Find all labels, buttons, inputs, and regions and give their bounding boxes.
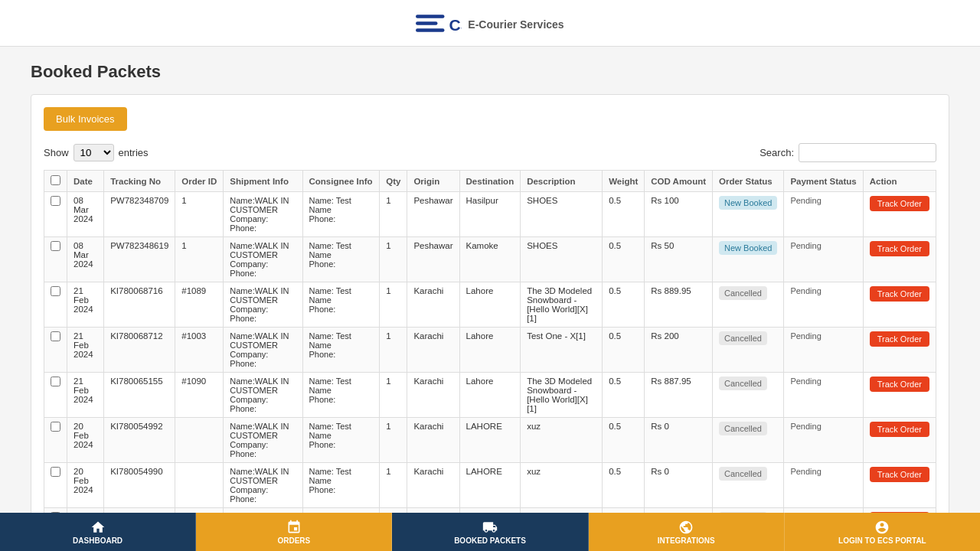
cell-weight: 0.5 — [603, 237, 645, 282]
track-order-button[interactable]: Track Order — [870, 286, 929, 302]
cell-description: Test One - X[1] — [521, 328, 603, 373]
col-cod: COD Amount — [645, 171, 713, 192]
logo-icon: CS — [416, 9, 462, 40]
cell-cod: Rs 0 — [645, 418, 713, 463]
track-order-button[interactable]: Track Order — [870, 196, 929, 211]
cell-destination: Kamoke — [459, 237, 521, 282]
cell-cod: Rs 0 — [645, 463, 713, 508]
cell-qty: 1 — [380, 328, 407, 373]
cell-origin: Karachi — [407, 282, 459, 328]
integrations-icon — [678, 520, 694, 535]
track-order-button[interactable]: Track Order — [870, 467, 929, 482]
cell-shipment: Name:WALK IN CUSTOMER Company: Phone: — [224, 237, 302, 282]
col-weight: Weight — [603, 171, 645, 192]
cell-date: 20 Feb 2024 — [67, 418, 104, 463]
order-status-badge: Cancelled — [719, 422, 767, 435]
row-checkbox[interactable] — [51, 196, 60, 206]
nav-item-dashboard[interactable]: DASHBOARD — [0, 513, 196, 551]
cell-order-status: Cancelled — [713, 373, 784, 418]
cell-destination: LAHORE — [459, 418, 521, 463]
row-checkbox[interactable] — [51, 241, 60, 251]
table-controls: Show 10 25 50 100 entries Search: — [44, 143, 936, 162]
table-header-row: Date Tracking No Order ID Shipment Info … — [44, 171, 936, 192]
svg-rect-0 — [416, 15, 445, 18]
cell-payment-status: Pending — [784, 373, 863, 418]
cell-cod: Rs 100 — [645, 192, 713, 237]
nav-label-login: LOGIN TO ECS PORTAL — [838, 536, 926, 545]
nav-label-integrations: INTEGRATIONS — [658, 536, 715, 545]
cell-payment-status: Pending — [784, 237, 863, 282]
cell-consignee: Name: Test Name Phone: — [302, 192, 380, 237]
bulk-invoices-button[interactable]: Bulk Invoices — [44, 107, 127, 131]
payment-status-text: Pending — [790, 241, 821, 250]
main-content: Booked Packets Bulk Invoices Show 10 25 … — [0, 47, 980, 551]
cell-order-status: Cancelled — [713, 418, 784, 463]
cell-date: 21 Feb 2024 — [67, 328, 104, 373]
cell-consignee: Name: Test Name Phone: — [302, 373, 380, 418]
nav-label-booked-packets: BOOKED PACKETS — [454, 536, 526, 545]
logo: CS E-Courier Services — [0, 9, 980, 40]
col-date: Date — [67, 171, 104, 192]
svg-rect-2 — [416, 28, 445, 32]
cell-cod: Rs 887.95 — [645, 373, 713, 418]
cell-weight: 0.5 — [603, 192, 645, 237]
cell-qty: 1 — [380, 373, 407, 418]
cell-order-id: 1 — [175, 192, 224, 237]
order-status-badge: New Booked — [719, 196, 777, 210]
cell-tracking: KI780068712 — [104, 328, 175, 373]
table-row: 20 Feb 2024 KI780054990 Name:WALK IN CUS… — [44, 463, 936, 508]
cell-description: xuz — [521, 463, 603, 508]
nav-item-booked-packets[interactable]: BOOKED PACKETS — [392, 513, 588, 551]
order-status-badge: Cancelled — [719, 331, 767, 345]
booked-packets-card: Bulk Invoices Show 10 25 50 100 entries … — [31, 94, 949, 551]
cell-order-id: #1003 — [175, 328, 224, 373]
cell-weight: 0.5 — [603, 282, 645, 328]
nav-label-orders: ORDERS — [277, 536, 310, 545]
entries-select[interactable]: 10 25 50 100 — [74, 144, 114, 161]
packets-icon — [482, 520, 498, 535]
cell-weight: 0.5 — [603, 463, 645, 508]
track-order-button[interactable]: Track Order — [870, 241, 929, 256]
track-order-button[interactable]: Track Order — [870, 422, 929, 437]
cell-origin: Peshawar — [407, 192, 459, 237]
cell-date: 21 Feb 2024 — [67, 373, 104, 418]
track-order-button[interactable]: Track Order — [870, 331, 929, 347]
payment-status-text: Pending — [790, 422, 821, 431]
cell-cod: Rs 889.95 — [645, 282, 713, 328]
cell-origin: Karachi — [407, 328, 459, 373]
row-checkbox[interactable] — [51, 286, 60, 296]
search-input[interactable] — [799, 143, 936, 162]
row-checkbox-cell — [44, 463, 67, 508]
cell-shipment: Name:WALK IN CUSTOMER Company: Phone: — [224, 418, 302, 463]
nav-item-orders[interactable]: ORDERS — [196, 513, 392, 551]
nav-item-integrations[interactable]: INTEGRATIONS — [589, 513, 785, 551]
row-checkbox[interactable] — [51, 467, 60, 477]
select-all-checkbox[interactable] — [51, 175, 60, 185]
cell-destination: Lahore — [459, 373, 521, 418]
payment-status-text: Pending — [790, 331, 821, 341]
table-row: 21 Feb 2024 KI780068712 #1003 Name:WALK … — [44, 328, 936, 373]
row-checkbox-cell — [44, 328, 67, 373]
table-row: 21 Feb 2024 KI780068716 #1089 Name:WALK … — [44, 282, 936, 328]
order-status-badge: New Booked — [719, 241, 777, 255]
row-checkbox[interactable] — [51, 331, 60, 341]
cell-tracking: KI780065155 — [104, 373, 175, 418]
col-tracking: Tracking No — [104, 171, 175, 192]
nav-item-login[interactable]: LOGIN TO ECS PORTAL — [785, 513, 980, 551]
col-shipment: Shipment Info — [224, 171, 302, 192]
order-status-badge: Cancelled — [719, 286, 767, 300]
track-order-button[interactable]: Track Order — [870, 377, 929, 392]
cell-payment-status: Pending — [784, 282, 863, 328]
cell-payment-status: Pending — [784, 463, 863, 508]
row-checkbox[interactable] — [51, 377, 60, 386]
row-checkbox[interactable] — [51, 422, 60, 432]
cell-qty: 1 — [380, 237, 407, 282]
cell-order-id — [175, 418, 224, 463]
cell-tracking: KI780054990 — [104, 463, 175, 508]
row-checkbox-cell — [44, 282, 67, 328]
cell-date: 08 Mar 2024 — [67, 237, 104, 282]
page-title: Booked Packets — [31, 62, 949, 82]
order-status-badge: Cancelled — [719, 377, 767, 390]
entries-label: entries — [119, 147, 149, 158]
col-order-id: Order ID — [175, 171, 224, 192]
